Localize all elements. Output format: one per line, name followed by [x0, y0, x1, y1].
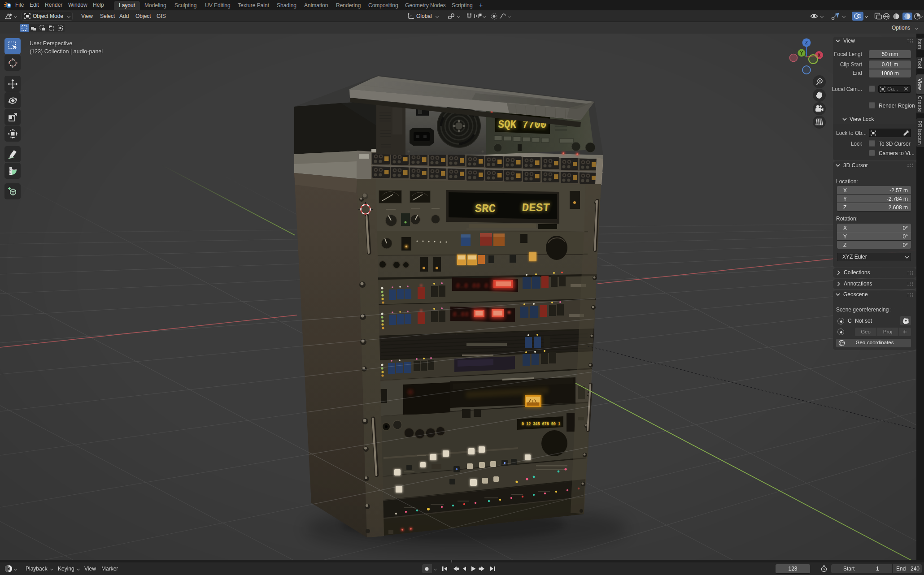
svg-text:Z: Z — [805, 40, 808, 45]
svg-text:Y: Y — [800, 51, 803, 56]
svg-text:X: X — [818, 53, 821, 58]
